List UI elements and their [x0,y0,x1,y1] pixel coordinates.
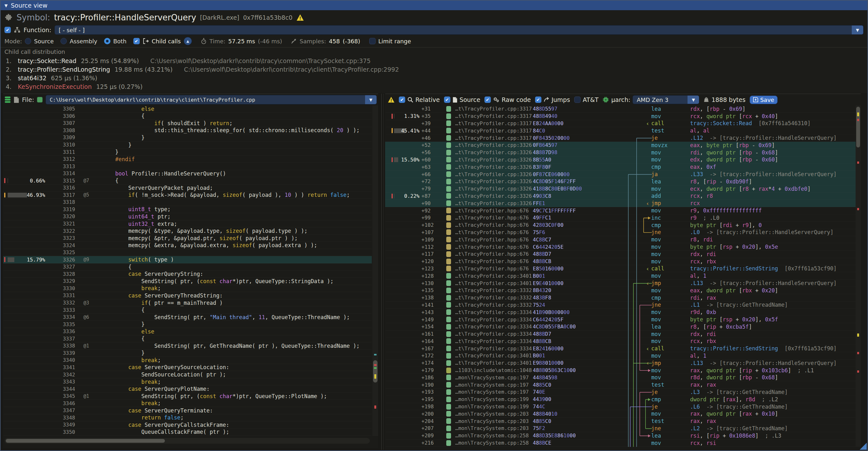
limit-range-label[interactable]: Limit range [378,38,411,44]
radio-both[interactable] [104,38,111,44]
asm-source-file[interactable]: …t\TracyProfiler.hpp:676 [455,251,533,257]
source-line[interactable]: 3311} [3,148,372,156]
source-line[interactable]: 3320 uint64_t ptr; [3,213,372,220]
asm-source-file[interactable]: …t\TracyProfiler.cpp:3317 [455,106,533,112]
source-line[interactable]: 3330 break; [3,285,372,292]
collapse-triangle-icon[interactable]: ▼ [4,3,8,8]
source-line[interactable]: 3321 uint32_t extra; [3,220,372,228]
assembly-row[interactable]: +138…t\TracyProfiler.cpp:3332483BF8cmprd… [385,294,861,302]
relative-checkbox[interactable]: ✔ [399,96,405,103]
asm-source-file[interactable]: …t\TracyProfiler.cpp:3326 [455,186,533,192]
source-line[interactable]: 3316 ServerQueryPacket payload; [3,184,372,192]
assembly-row[interactable]: +198…mon\TracySystem.cpp:199744Cje.L6 ->… [385,403,861,411]
asm-source-file[interactable]: …t\TracyProfiler.hpp:676 [455,229,533,235]
source-line[interactable]: 3349 case ServerQueryCallstackFrame: [3,421,372,429]
asm-source-file[interactable]: …mon\TracySystem.cpp:197 [455,389,533,395]
source-line[interactable]: 3309 } [3,134,372,142]
asm-source-file[interactable]: …mon\TracySystem.cpp:258 [455,440,533,446]
source-line[interactable]: 3312#endif [3,156,372,163]
assembly-row[interactable]: +79…t\TracyProfiler.cpp:3326418B8C80E0BF… [385,185,861,193]
asm-source-file[interactable]: …t\TracyProfiler.cpp:3401 [455,280,533,286]
relative-toggle[interactable]: ✔ Relative [399,96,440,103]
source-line[interactable]: 3305 else [3,106,372,113]
collapse-child-calls-button[interactable]: ▲ [184,37,192,45]
source-line[interactable]: 3334@6 SendString( ptr, "Main thread", 1… [3,314,372,321]
assembly-row[interactable]: +195…mon\TracySystem.cpp:199443900cmpdwo… [385,396,861,403]
asm-source-file[interactable]: …t\TracyProfiler.cpp:3326 [455,178,533,184]
source-line[interactable]: 3332@3 if( ptr == m_mainThread ) [3,299,372,307]
assembly-row[interactable]: +123…t\TracyProfiler.hpp:676E850160000‹c… [385,265,861,273]
assembly-row[interactable]: +52…t\TracyProfiler.cpp:33260FB64597movz… [385,142,861,149]
source-line[interactable]: 3308 std::this_thread::sleep_for( std::c… [3,127,372,134]
child-call-item[interactable]: 4. KeSynchronizeExecution 125 µs (0.27%) [4,82,864,91]
source-line[interactable]: 3335 } [3,321,372,328]
assembly-row[interactable]: +120…t\TracyProfiler.hpp:676488BCBmovrcx… [385,258,861,265]
source-line[interactable]: 3310 } [3,142,372,149]
assembly-row[interactable]: +172…t\TracyProfiler.cpp:3401B001moval, … [385,352,861,360]
source-line[interactable]: 3324 memcpy( &extra, &payload.extra, siz… [3,242,372,249]
asm-source-file[interactable]: …t\TracyProfiler.cpp:3334 [455,317,533,323]
assembly-row[interactable]: +154…t\TracyProfiler.cpp:33344C8D055FBA0… [385,323,861,331]
source-vertical-scrollbar[interactable] [372,106,378,436]
assembly-row[interactable]: +117…t\TracyProfiler.hpp:676488BD7movrdx… [385,251,861,258]
asm-source-file[interactable]: …t\TracyProfiler.cpp:3332 [455,302,533,308]
radio-assembly[interactable] [60,38,67,44]
asm-source-file[interactable]: …t\TracyProfiler.hpp:676 [455,222,533,228]
asm-source-file[interactable]: …t\TracyProfiler.cpp:3332 [455,295,533,301]
assembly-row[interactable]: +31…t\TracyProfiler.cpp:3317488D5597lear… [385,106,861,113]
source-line[interactable]: 3328 case ServerQueryString: [3,271,372,278]
assembly-row[interactable]: +209…mon\TracySystem.cpp:258488D35E88610… [385,432,861,440]
source-line[interactable]: 3313 [3,163,372,170]
source-line[interactable]: 3348 return false; [3,414,372,422]
asm-source-file[interactable]: …mon\TracySystem.cpp:197 [455,374,533,381]
assembly-row[interactable]: +112…t\TracyProfiler.hpp:676C64424205Emo… [385,243,861,251]
save-button[interactable]: Save [750,95,778,104]
att-checkbox[interactable] [574,96,581,103]
asm-source-file[interactable]: …t\TracyProfiler.cpp:3334 [455,345,533,352]
source-line[interactable]: 3322 memcpy( &type, &payload.type, sizeo… [3,228,372,235]
jumps-toggle[interactable]: ✔ Jumps [535,96,570,103]
source-line[interactable]: 3318 [3,199,372,206]
asm-source-file[interactable]: …t\TracyProfiler.cpp:3401 [455,273,533,279]
asm-source-file[interactable]: …t\TracyProfiler.cpp:3401 [455,360,533,366]
assembly-row[interactable]: +130…t\TracyProfiler.cpp:3401E9E4010000‹… [385,280,861,287]
source-line[interactable]: 3323 memcpy( &ptr, &payload.ptr, sizeof(… [3,235,372,242]
child-call-item[interactable]: 2. tracy::Profiler::SendLongString 19.88… [4,65,864,73]
asm-source-file[interactable]: …t\TracyProfiler.cpp:3317 [455,128,533,134]
source-hscroll-thumb[interactable] [6,439,165,443]
source-line[interactable]: 3306 { [3,113,372,120]
limit-range-checkbox[interactable] [369,38,376,44]
assembly-row[interactable]: +164…t\TracyProfiler.cpp:3334488BCBmovrc… [385,338,861,345]
source-line[interactable]: 0.66%3315@7{ [3,177,372,184]
asm-source-file[interactable]: …t\TracyProfiler.cpp:3334 [455,309,533,315]
asm-source-file[interactable]: …t\TracyProfiler.cpp:3326 [455,157,533,163]
asm-source-file[interactable]: …t\TracyProfiler.hpp:676 [455,208,533,214]
assembly-row[interactable]: +109…t\TracyProfiler.hpp:6764C8BC7movr8,… [385,236,861,243]
window-titlebar[interactable]: ▼ Source view [1,1,867,10]
source-line[interactable]: 3329 SendString( ptr, (const char*)ptr, … [3,278,372,285]
assembly-row[interactable]: +207…mon\TracySystem.cpp:20375F2jne.L2 -… [385,425,861,432]
source-toggle[interactable]: ✔ Source [444,96,480,103]
function-combo-arrow-icon[interactable]: ▼ [852,26,863,34]
assembly-row[interactable]: +135…t\TracyProfiler.cpp:33328B4320movea… [385,287,861,294]
asm-source-file[interactable]: …t\TracyProfiler.hpp:676 [455,215,533,221]
raw-code-toggle[interactable]: ✔ Raw code [485,96,531,103]
assembly-row[interactable]: +190…mon\TracySystem.cpp:1974885C0testra… [385,381,861,389]
source-line[interactable]: 3331 case ServerQueryThreadString: [3,292,372,299]
source-line[interactable]: 3319 uint8_t type; [3,206,372,213]
assembly-row[interactable]: +200…mon\TracySystem.cpp:203488B4010movr… [385,410,861,418]
child-calls-label[interactable]: Child calls [152,38,181,44]
assembly-row[interactable]: +72…t\TracyProfiler.cpp:33264C8D05F146F2… [385,178,861,185]
asm-source-file[interactable]: …t\TracyProfiler.cpp:3326 [455,142,533,148]
child-calls-checkbox[interactable]: ✔ [133,38,140,44]
asm-source-file[interactable]: …mon\TracySystem.cpp:203 [455,418,533,424]
radio-both-label[interactable]: Both [113,38,127,44]
asm-source-file[interactable]: …mon\TracySystem.cpp:197 [455,382,533,388]
assembly-row[interactable]: 1.31%+35…t\TracyProfiler.cpp:3317488B494… [385,113,861,120]
asm-source-file[interactable]: …t\TracyProfiler.cpp:3326 [455,193,533,199]
assembly-row[interactable]: +63…t\TracyProfiler.cpp:332683F80Fcmpeax… [385,163,861,171]
assembly-row[interactable]: +39…t\TracyProfiler.cpp:3317E824AA0000‹c… [385,120,861,127]
source-vscroll-thumb[interactable] [373,360,377,383]
assembly-row[interactable]: 45.41%+44…t\TracyProfiler.cpp:331784C0te… [385,127,861,134]
assembly-row[interactable]: +46…t\TracyProfiler.cpp:33170F8435020000… [385,134,861,142]
